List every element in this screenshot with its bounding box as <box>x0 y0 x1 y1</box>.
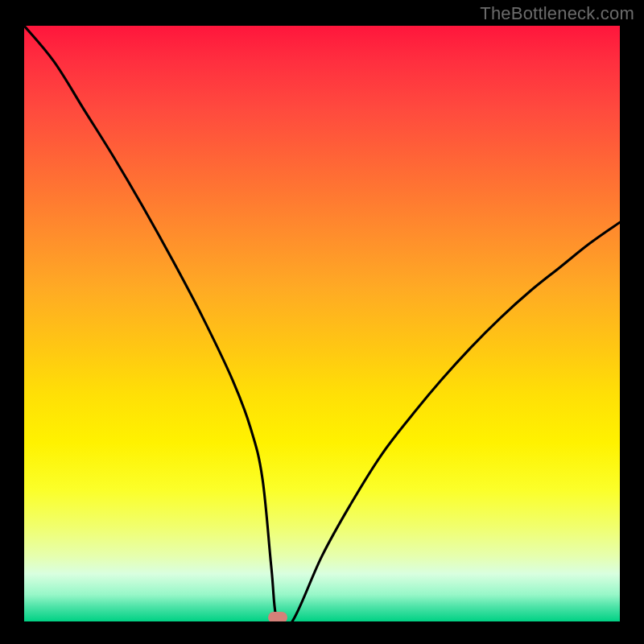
watermark-text: TheBottleneck.com <box>480 3 634 24</box>
bottleneck-curve <box>24 26 620 621</box>
chart-frame: TheBottleneck.com <box>0 0 644 644</box>
curve-path <box>24 26 620 621</box>
plot-area <box>24 26 620 621</box>
optimal-point-marker <box>268 612 287 621</box>
